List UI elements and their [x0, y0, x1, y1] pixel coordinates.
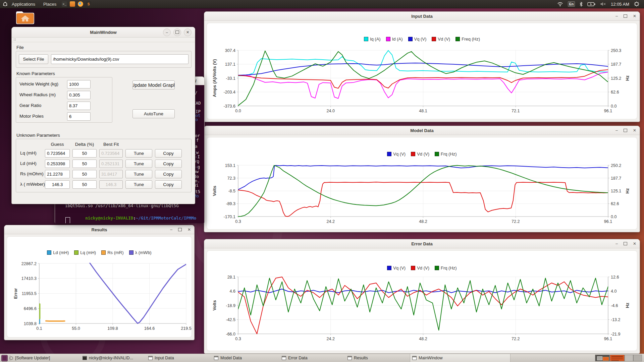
- toolbar-drag-handle[interactable]: [13, 38, 16, 41]
- terminal-text-fragment: -g: [195, 164, 200, 169]
- x-axis-tick-label: 96.1: [604, 219, 612, 224]
- right-axis-title: Hz: [625, 75, 630, 81]
- main-window[interactable]: MainWindow – ✕ File Select File Known Pa…: [11, 27, 195, 204]
- y-axis-tick-label: -373.6: [224, 104, 235, 109]
- taskbar-item-nicky-nicky-invalid-[interactable]: nicky@nicky-INVALID...: [80, 354, 146, 362]
- gear-ratio-input[interactable]: [67, 102, 91, 110]
- wheel-radius-input[interactable]: [67, 91, 91, 99]
- lq-guess-input[interactable]: [45, 149, 70, 158]
- ld-guess-input[interactable]: [45, 160, 70, 168]
- y-axis-tick-label: 1039.8: [24, 321, 37, 326]
- results-window[interactable]: Results –✕ Ld (mH)Lq (mH)Rs (mR)λ (mWb)2…: [4, 225, 195, 340]
- results-chart: Ld (mH)Lq (mH)Rs (mR)λ (mWb)22867.217410…: [7, 236, 192, 338]
- right-axis-tick-label: -4.6: [611, 303, 618, 308]
- maximize-button[interactable]: [624, 14, 627, 18]
- main-window-titlebar[interactable]: MainWindow – ✕: [12, 27, 195, 38]
- wifi-icon[interactable]: [557, 2, 563, 6]
- close-button[interactable]: ✕: [184, 28, 192, 36]
- minimize-button[interactable]: –: [615, 128, 618, 132]
- ld-delta-input[interactable]: [72, 160, 97, 168]
- terminal-launcher-icon[interactable]: >_: [62, 1, 67, 7]
- files-launcher-icon[interactable]: [70, 1, 75, 7]
- lq-tune-button[interactable]: Tune: [125, 149, 152, 158]
- taskbar-item-results[interactable]: Results: [345, 354, 382, 362]
- minimize-button[interactable]: –: [615, 14, 618, 18]
- minimize-button[interactable]: –: [170, 228, 172, 232]
- sublime-launcher-icon[interactable]: S: [86, 1, 91, 7]
- taskbar-item-model-data[interactable]: Model Data: [212, 354, 256, 362]
- vehicle-weight-input[interactable]: [67, 80, 91, 88]
- maximize-button[interactable]: [178, 228, 182, 231]
- workspace-1[interactable]: [595, 355, 610, 361]
- lq-bestfit-field: [99, 149, 123, 158]
- y-axis-tick-label: 307.4: [225, 48, 235, 53]
- system-tray: En 12:05 AM: [557, 1, 644, 7]
- firefox-launcher-icon[interactable]: [78, 1, 83, 7]
- minimize-button[interactable]: –: [163, 28, 171, 36]
- y-axis-tick-label: -33.1: [226, 76, 236, 81]
- taskbar-item-error-data[interactable]: Error Data: [280, 354, 323, 362]
- workspace-3[interactable]: [625, 355, 633, 361]
- x-axis-tick-label: 96.1: [604, 109, 612, 113]
- window-icon: [148, 356, 153, 360]
- taskbar-item-input-data[interactable]: Input Data: [146, 354, 190, 362]
- show-desktop-button[interactable]: [1, 355, 8, 361]
- lambda-guess-input[interactable]: [45, 180, 70, 189]
- maximize-button[interactable]: [173, 28, 181, 36]
- y-axis-title: Volts: [212, 300, 217, 311]
- rs-tune-button[interactable]: Tune: [125, 170, 152, 178]
- workspace-4[interactable]: [633, 355, 642, 361]
- close-button[interactable]: ✕: [187, 228, 191, 232]
- y-axis-tick-label: 137.1: [225, 62, 235, 67]
- taskbar-item--software-updater-[interactable]: [Software Updater]: [7, 354, 66, 362]
- y-axis-tick-label: -89.3: [226, 201, 236, 206]
- session-gear-icon[interactable]: [634, 1, 639, 7]
- chart-plot-area: 28.14.6-18.9-42.5-66.012.64.0-4.6-13.2-2…: [207, 251, 637, 351]
- motor-poles-input[interactable]: [67, 112, 91, 121]
- desktop: Applications Places >_ S En: [0, 0, 644, 362]
- x-axis-tick-label: 24.0: [327, 109, 335, 113]
- ubuntu-logo-icon: [3, 2, 8, 7]
- rs-delta-input[interactable]: [72, 170, 97, 178]
- updater-icon: [9, 356, 13, 360]
- model-data-window[interactable]: Model Data –✕ Vq (V)Vd (V)Frq (Hz)153.17…: [204, 126, 640, 232]
- rs-copy-button[interactable]: Copy: [155, 170, 182, 178]
- maximize-button[interactable]: [624, 129, 627, 132]
- taskbar-item-mainwindow[interactable]: MainWindow: [410, 354, 511, 362]
- y-axis-tick-label: 28.1: [227, 275, 235, 280]
- x-axis-tick-label: 72.2: [512, 219, 520, 224]
- keyboard-layout-indicator[interactable]: En: [568, 1, 575, 7]
- bluetooth-icon[interactable]: [580, 2, 583, 7]
- lq-delta-input[interactable]: [72, 149, 97, 158]
- row-label-rs: Rs (mOhm): [20, 171, 44, 176]
- input-data-window[interactable]: Input Data –✕ Iq (A)Id (A)Vq (V)Vd (V)Fr…: [204, 11, 640, 122]
- close-button[interactable]: ✕: [633, 242, 636, 246]
- places-menu[interactable]: Places: [39, 0, 60, 8]
- lq-copy-button[interactable]: Copy: [155, 149, 182, 158]
- battery-icon[interactable]: [587, 2, 595, 6]
- ld-copy-button[interactable]: Copy: [155, 160, 182, 168]
- lambda-delta-input[interactable]: [72, 180, 97, 189]
- y-axis-tick-label: 22867.2: [21, 261, 37, 266]
- volume-muted-icon[interactable]: [600, 2, 606, 6]
- lambda-tune-button[interactable]: Tune: [125, 180, 152, 189]
- minimize-button[interactable]: –: [615, 242, 618, 246]
- maximize-button[interactable]: [624, 242, 627, 245]
- file-path-input[interactable]: [51, 54, 189, 64]
- close-button[interactable]: ✕: [633, 128, 636, 132]
- rs-guess-input[interactable]: [45, 170, 70, 178]
- update-model-graph-button[interactable]: Update Model Graph: [132, 80, 175, 89]
- lambda-copy-button[interactable]: Copy: [155, 180, 182, 189]
- select-file-button[interactable]: Select File: [19, 54, 48, 64]
- ld-tune-button[interactable]: Tune: [125, 160, 152, 168]
- chart-plot-area: 22867.217410.311953.56496.61039.80.155.0…: [7, 237, 192, 337]
- workspace-2[interactable]: [610, 355, 625, 361]
- y-axis-tick-label: -8.5: [228, 189, 235, 193]
- home-folder-icon[interactable]: [15, 9, 35, 25]
- error-data-window[interactable]: Error Data –✕ Vq (V)Vd (V)Frq (Hz)28.14.…: [204, 239, 640, 354]
- clock[interactable]: 12:05 AM: [611, 2, 629, 7]
- applications-menu[interactable]: Applications: [8, 0, 39, 8]
- autotune-button[interactable]: AutoTune: [132, 109, 175, 118]
- taskbar-item-label: nicky@nicky-INVALID...: [89, 356, 133, 360]
- close-button[interactable]: ✕: [633, 14, 636, 18]
